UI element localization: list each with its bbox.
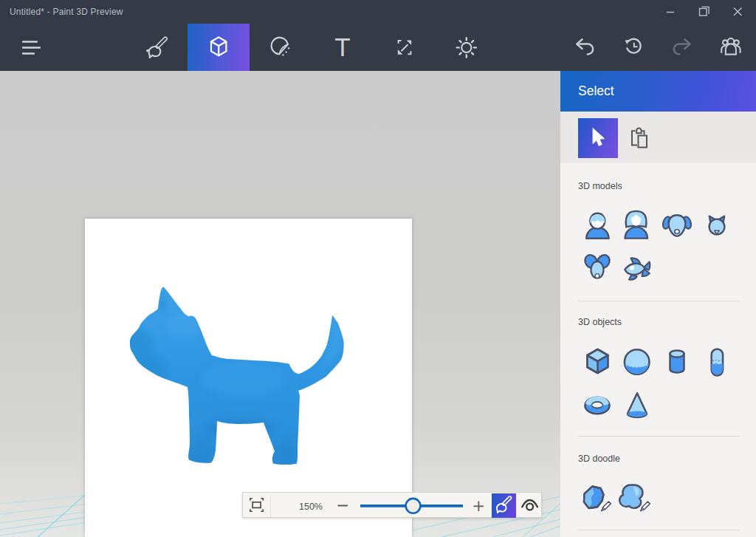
svg-text:150%: 150% — [299, 502, 323, 512]
svg-text:T: T — [334, 33, 350, 61]
